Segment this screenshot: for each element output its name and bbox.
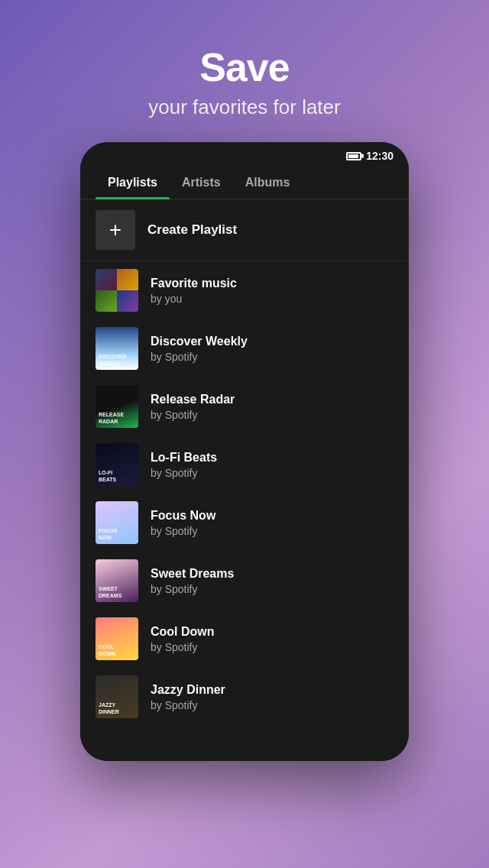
status-time: 12:30	[366, 150, 393, 162]
playlist-name: Jazzy Dinner	[151, 683, 393, 697]
tab-albums[interactable]: Albums	[233, 167, 303, 199]
playlist-author: by you	[151, 293, 393, 305]
playlist-thumb-favorite	[96, 269, 138, 312]
playlist-thumb-release: ReleaseRadar	[96, 385, 138, 428]
hero-subtitle: your favorites for later	[148, 96, 340, 119]
playlist-name: Sweet Dreams	[151, 567, 393, 581]
playlist-author: by Spotify	[151, 699, 393, 711]
playlist-thumb-discover: DiscoverWeekly	[96, 327, 138, 370]
list-item[interactable]: FocusNow Focus Now by Spotify	[80, 494, 409, 552]
list-item[interactable]: CoolDown Cool Down by Spotify	[80, 610, 409, 668]
list-item[interactable]: JazzyDinner Jazzy Dinner by Spotify	[80, 668, 409, 726]
status-bar: 12:30	[80, 142, 409, 167]
playlist-name: Lo-Fi Beats	[151, 451, 393, 465]
list-item[interactable]: Favorite music by you	[80, 261, 409, 319]
playlist-author: by Spotify	[151, 641, 393, 653]
playlist-info: Lo-Fi Beats by Spotify	[151, 451, 393, 479]
tab-playlists[interactable]: Playlists	[96, 167, 170, 199]
playlist-name: Focus Now	[151, 509, 393, 523]
tab-artists[interactable]: Artists	[170, 167, 233, 199]
create-playlist-label: Create Playlist	[147, 222, 237, 238]
playlist-author: by Spotify	[151, 351, 393, 363]
playlist-info: Focus Now by Spotify	[151, 509, 393, 537]
playlist-list: + Create Playlist Favorite music by you …	[80, 199, 409, 761]
playlist-info: Jazzy Dinner by Spotify	[151, 683, 393, 711]
playlist-info: Sweet Dreams by Spotify	[151, 567, 393, 595]
hero-section: Save your favorites for later	[148, 0, 340, 119]
playlist-name: Cool Down	[151, 625, 393, 639]
battery-icon	[346, 152, 361, 160]
playlist-info: Cool Down by Spotify	[151, 625, 393, 653]
playlist-thumb-cool: CoolDown	[96, 617, 138, 660]
playlist-name: Release Radar	[151, 393, 393, 406]
list-item[interactable]: ReleaseRadar Release Radar by Spotify	[80, 377, 409, 436]
playlist-name: Discover Weekly	[151, 335, 393, 348]
playlist-author: by Spotify	[151, 467, 393, 479]
playlist-thumb-jazzy: JazzyDinner	[96, 675, 138, 718]
list-item[interactable]: SweetDreams Sweet Dreams by Spotify	[80, 552, 409, 610]
create-playlist-button[interactable]: + Create Playlist	[80, 199, 409, 261]
playlist-info: Release Radar by Spotify	[151, 393, 393, 421]
playlist-author: by Spotify	[151, 409, 393, 421]
playlist-info: Favorite music by you	[151, 277, 393, 305]
playlist-author: by Spotify	[151, 525, 393, 537]
playlist-thumb-lofi: Lo-FiBeats	[96, 443, 138, 486]
list-item[interactable]: DiscoverWeekly Discover Weekly by Spotif…	[80, 319, 409, 377]
playlist-name: Favorite music	[151, 277, 393, 290]
playlist-author: by Spotify	[151, 583, 393, 595]
phone-frame: 12:30 Playlists Artists Albums + Create …	[80, 142, 409, 761]
list-item[interactable]: Lo-FiBeats Lo-Fi Beats by Spotify	[80, 436, 409, 494]
playlist-info: Discover Weekly by Spotify	[151, 335, 393, 363]
playlist-thumb-focus: FocusNow	[96, 501, 138, 544]
tabs-bar: Playlists Artists Albums	[80, 167, 409, 199]
hero-title: Save	[148, 46, 340, 89]
playlist-thumb-sweet: SweetDreams	[96, 559, 138, 602]
create-icon: +	[96, 210, 135, 250]
